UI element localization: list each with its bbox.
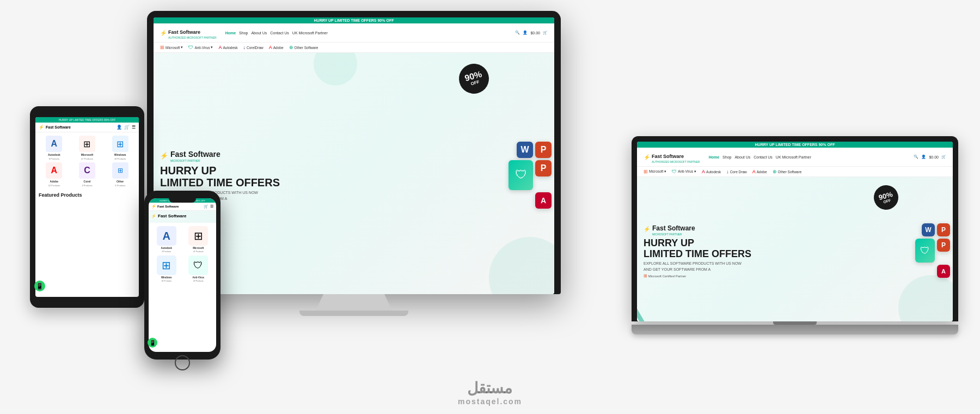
- nav-partner[interactable]: UK Microsoft Partner: [292, 31, 328, 35]
- microsoft-count: 47 Products: [81, 157, 93, 160]
- phone-product-antivirus[interactable]: 🛡 Anti-Virus 20 Products: [184, 255, 213, 282]
- site-header: ⚡ Fast Software AUTHORIZED MICROSOFT PAR…: [154, 23, 554, 42]
- adobe-icon-tablet: A: [46, 162, 62, 179]
- monitor-base: [299, 310, 408, 316]
- site-logo: ⚡ Fast Software AUTHORIZED MICROSOFT PAR…: [160, 26, 217, 39]
- laptop-cat-antivirus[interactable]: 🛡 Anti-Virus ▾: [672, 169, 696, 174]
- autodesk-count: 8 Products: [49, 157, 59, 160]
- user-icon[interactable]: 👤: [523, 31, 528, 35]
- corel-letter: C: [84, 166, 90, 175]
- laptop-cart-icon[interactable]: 🛒: [941, 155, 946, 159]
- whatsapp-icon: 📱: [36, 283, 44, 290]
- nav-contact[interactable]: Contact Us: [270, 31, 289, 35]
- tablet-logo-icon: ⚡: [39, 125, 44, 130]
- cat-autodesk[interactable]: A Autodesk: [218, 45, 237, 50]
- hero-headline-2: LIMITED TIME OFFERS: [160, 176, 548, 188]
- laptop-hero-headline-1: HURRY UP: [644, 238, 946, 249]
- phone-menu-icon[interactable]: ☰: [210, 204, 213, 209]
- tablet-header-icons: 👤 🛒 ☰: [117, 125, 136, 130]
- phone-autodesk-icon: A: [157, 226, 176, 246]
- tablet-product-other[interactable]: ⊞ Other 5 Products: [105, 162, 136, 187]
- logo-sub: AUTHORIZED MICROSOFT PARTNER: [168, 36, 217, 39]
- hero-brand: ⚡ Fast Software MICROSOFT PARTNER: [160, 149, 548, 162]
- laptop-nav-partner[interactable]: UK Microsoft Partner: [776, 155, 811, 159]
- tablet-product-adobe[interactable]: A Adobe 12 Products: [39, 162, 70, 187]
- laptop-search-icon[interactable]: 🔍: [914, 155, 918, 159]
- monitor-stand: [316, 294, 392, 310]
- hero-badge: 90% OFF: [456, 60, 492, 97]
- phone-antivirus-name: Anti-Virus: [193, 276, 204, 279]
- nav-home[interactable]: Home: [225, 31, 236, 35]
- tablet-product-microsoft[interactable]: ⊞ Microsoft 47 Products: [72, 136, 103, 160]
- laptop-cat-coreldraw[interactable]: ↓ Core Draw: [726, 169, 747, 174]
- phone-hero-text: Fast Software: [158, 214, 186, 218]
- phone-product-autodesk[interactable]: A Autodesk 8 Products: [152, 226, 181, 253]
- phone-header: ⚡ Fast Software 🛒 ☰: [149, 203, 216, 211]
- corel-name: Corel: [84, 180, 91, 183]
- tablet-logo-text: Fast Software: [46, 125, 71, 129]
- phone-device: HURRY UP LIMITED TIME OFFERS 90% OFF ⚡ F…: [144, 191, 220, 360]
- laptop-cat-other[interactable]: ⊕ Other Software: [773, 169, 802, 174]
- phone-product-microsoft[interactable]: ⊞ Microsoft 47 Products: [184, 226, 213, 253]
- laptop-user-icon[interactable]: 👤: [921, 155, 926, 159]
- windows-icon: ⊞: [112, 136, 128, 152]
- logo-text: Fast Software: [168, 29, 200, 35]
- phone-site-content: HURRY UP LIMITED TIME OFFERS 90% OFF ⚡ F…: [149, 198, 216, 352]
- nav-shop[interactable]: Shop: [239, 31, 248, 35]
- tablet-product-windows[interactable]: ⊞ Windows 10 Products: [105, 136, 136, 160]
- phone-windows-logo: ⊞: [162, 259, 171, 272]
- tablet-screen: HURRY UP LIMITED TIME OFFERS 90% OFF ⚡ F…: [35, 117, 139, 297]
- phone-whatsapp-button[interactable]: 📱: [148, 338, 157, 348]
- phone-microsoft-name: Microsoft: [193, 247, 204, 249]
- tablet-products-grid: A Autodesk 8 Products ⊞ Microsoft 47 Pro…: [35, 132, 139, 190]
- cat-adobe[interactable]: A Adobe: [269, 45, 284, 50]
- phone-logo-text: Fast Software: [157, 205, 179, 208]
- laptop-hero-stripes: [637, 286, 659, 321]
- laptop-base: [632, 325, 958, 334]
- hero-brand-text: Fast Software: [170, 150, 220, 159]
- cart-icon[interactable]: 🛒: [543, 31, 548, 35]
- tablet-product-autodesk[interactable]: A Autodesk 8 Products: [39, 136, 70, 160]
- laptop-nav-shop[interactable]: Shop: [722, 155, 731, 159]
- phone-autodesk-count: 8 Products: [162, 251, 171, 253]
- phone-header-icons: 🛒 ☰: [204, 204, 213, 209]
- laptop-hero: ⚡ Fast Software MICROSOFT PARTNER HURRY …: [637, 177, 953, 321]
- laptop-nav-contact[interactable]: Contact Us: [754, 155, 773, 159]
- phone-microsoft-logo: ⊞: [194, 229, 203, 242]
- nav-about[interactable]: About Us: [251, 31, 267, 35]
- phone-hero-brand: ⚡ Fast Software: [151, 214, 213, 218]
- tablet-user-icon[interactable]: 👤: [117, 125, 122, 130]
- phone-home-button[interactable]: [175, 355, 190, 370]
- adobe-letter: A: [51, 166, 58, 175]
- phone-cart-icon[interactable]: 🛒: [204, 204, 209, 209]
- laptop-cart-price: $0.00: [929, 155, 939, 159]
- cat-coreldraw[interactable]: ↓ CorelDraw: [243, 45, 264, 50]
- site-nav: Home Shop About Us Contact Us UK Microso…: [225, 31, 328, 35]
- phone-antivirus-count: 20 Products: [193, 280, 204, 282]
- laptop-nav-home[interactable]: Home: [709, 155, 719, 159]
- microsoft-icon: ⊞: [79, 136, 95, 152]
- watermark: مستقل mostaqel.com: [458, 379, 522, 406]
- laptop-cat-microsoft[interactable]: ⊞ Microsoft ▾: [644, 169, 666, 174]
- cat-antivirus[interactable]: 🛡 Anti-Virus ▾: [188, 45, 213, 50]
- tablet-product-corel[interactable]: C Corel 3 Products: [72, 162, 103, 187]
- phone-product-windows[interactable]: ⊞ Windows 10 Products: [152, 255, 181, 282]
- laptop-topbar: HURRY UP LIMITED TIME OFFERS 90% OFF: [637, 142, 953, 148]
- hero-logo-icon: ⚡: [160, 152, 168, 160]
- search-icon[interactable]: 🔍: [515, 31, 520, 35]
- laptop-cat-adobe[interactable]: A Adobe: [752, 169, 767, 174]
- cat-other[interactable]: ⊕ Other Software: [289, 45, 318, 50]
- windows-name: Windows: [114, 153, 126, 156]
- tablet-menu-icon[interactable]: ☰: [132, 125, 136, 130]
- corel-icon: C: [79, 162, 95, 179]
- cat-microsoft[interactable]: ⊞ Microsoft ▾: [160, 45, 183, 50]
- laptop-hero-content: ⚡ Fast Software MICROSOFT PARTNER HURRY …: [644, 223, 946, 279]
- tablet-whatsapp-button[interactable]: 📱: [34, 281, 45, 291]
- phone-windows-name: Windows: [161, 276, 172, 279]
- phone-notch: [169, 198, 196, 203]
- laptop-nav-about[interactable]: About Us: [734, 155, 750, 159]
- laptop-logo: ⚡ Fast Software AUTHORIZED MICROSOFT PAR…: [644, 150, 700, 163]
- laptop-cat-autodesk[interactable]: A Autodesk: [702, 169, 721, 174]
- tablet-cart-icon[interactable]: 🛒: [124, 125, 130, 130]
- laptop-categories: ⊞ Microsoft ▾ 🛡 Anti-Virus ▾ A Autodesk …: [637, 167, 953, 177]
